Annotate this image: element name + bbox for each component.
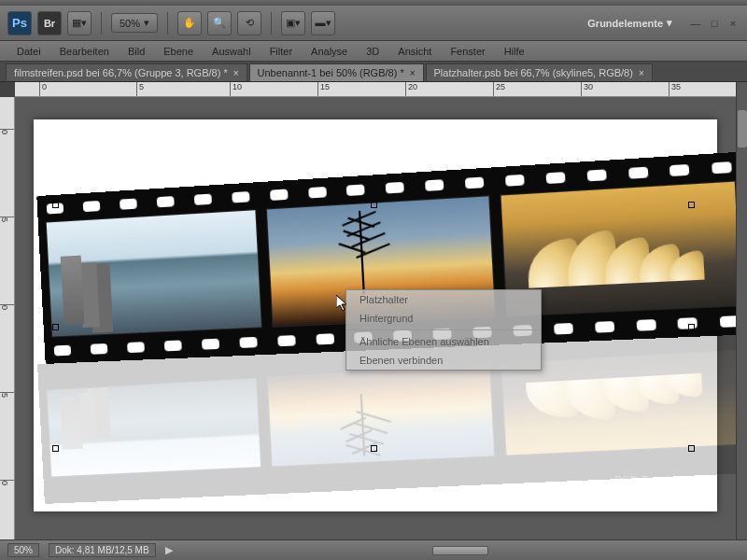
separator [101, 12, 102, 35]
menu-separator [346, 329, 541, 330]
transform-handle[interactable] [371, 202, 377, 208]
layout-button[interactable]: ▦▾ [67, 11, 92, 35]
menu-bearbeiten[interactable]: Bearbeiten [50, 43, 119, 60]
rotate-view-icon[interactable]: ⟲ [237, 11, 261, 35]
tab-label: Unbenannt-1 bei 50% (RGB/8) * [258, 67, 404, 78]
ps-logo-button[interactable]: Ps [7, 11, 32, 35]
tab-label: Platzhalter.psb bei 66,7% (skyline5, RGB… [434, 67, 633, 78]
ctx-item-hintergrund[interactable]: Hintergrund [346, 309, 541, 328]
separator [167, 12, 168, 35]
ctx-item-merge-layers[interactable]: Ebenen verbinden [346, 351, 541, 370]
ruler-tick: 0 [0, 304, 15, 310]
scrollbar-thumb[interactable] [432, 546, 488, 555]
options-toolbar: Ps Br ▦▾ 50%▾ ✋ 🔍 ⟲ ▣▾ ▬▾ Grundelemente▾… [0, 6, 747, 41]
menu-ebene[interactable]: Ebene [154, 43, 203, 60]
ruler-tick: 0 [0, 480, 15, 485]
context-menu: Platzhalter Hintergrund Ähnliche Ebenen … [345, 289, 542, 371]
ruler-tick: 0 [0, 129, 15, 134]
maximize-button[interactable]: □ [708, 17, 721, 30]
ruler-tick: 5 [136, 82, 144, 97]
ruler-tick: 10 [230, 82, 242, 97]
menu-fenster[interactable]: Fenster [441, 43, 494, 60]
menu-bild[interactable]: Bild [119, 43, 154, 60]
arrange-docs-button[interactable]: ▣▾ [281, 11, 305, 35]
zoom-value: 50% [120, 18, 140, 29]
menubar: Datei Bearbeiten Bild Ebene Auswahl Filt… [0, 41, 747, 62]
minimize-button[interactable]: — [689, 17, 702, 30]
screen-mode-button[interactable]: ▬▾ [311, 11, 335, 35]
ruler-tick: 30 [581, 82, 593, 97]
chevron-right-icon[interactable]: ▶ [165, 544, 173, 556]
ctx-item-platzhalter[interactable]: Platzhalter [346, 290, 541, 309]
workspace-name: Grundelemente [587, 18, 663, 29]
ruler-vertical[interactable]: 0 5 0 5 0 [0, 97, 15, 539]
chevron-down-icon: ▾ [667, 17, 672, 29]
close-icon[interactable]: × [410, 68, 416, 78]
ctx-item-similar-layers[interactable]: Ähnliche Ebenen auswählen [346, 332, 541, 351]
tab-label: filmstreifen.psd bei 66,7% (Gruppe 3, RG… [14, 67, 228, 78]
ruler-tick: 25 [493, 82, 505, 97]
panel-toggle[interactable] [738, 110, 747, 147]
ruler-tick: 15 [317, 82, 330, 97]
workspace-switcher[interactable]: Grundelemente▾ [587, 17, 672, 29]
document-tabs: filmstreifen.psd bei 66,7% (Gruppe 3, RG… [0, 62, 747, 82]
transform-handle[interactable] [688, 445, 695, 452]
zoom-tool-icon[interactable]: 🔍 [207, 11, 232, 35]
separator [271, 12, 272, 35]
zoom-select[interactable]: 50%▾ [111, 13, 158, 33]
hand-tool-icon[interactable]: ✋ [177, 11, 202, 35]
transform-handle[interactable] [52, 324, 59, 330]
right-panel-dock [736, 82, 747, 539]
document-tab[interactable]: Platzhalter.psb bei 66,7% (skyline5, RGB… [426, 63, 653, 81]
ruler-tick: 20 [405, 82, 417, 97]
status-zoom[interactable]: 50% [7, 543, 39, 557]
document-tab[interactable]: Unbenannt-1 bei 50% (RGB/8) *× [249, 63, 424, 81]
menu-3d[interactable]: 3D [357, 43, 388, 60]
ruler-horizontal[interactable]: 0 5 10 15 20 25 30 35 [15, 82, 736, 97]
scrollbar-horizontal[interactable] [182, 546, 740, 555]
bridge-button[interactable]: Br [37, 11, 62, 35]
close-icon[interactable]: × [233, 68, 239, 78]
chevron-down-icon: ▾ [144, 17, 149, 29]
watermark: PSD-Tutorials.de [614, 474, 698, 487]
transform-handle[interactable] [52, 445, 59, 452]
ruler-tick: 5 [0, 217, 15, 222]
ruler-tick: 5 [0, 392, 15, 398]
menu-hilfe[interactable]: Hilfe [495, 43, 534, 60]
menu-filter[interactable]: Filter [261, 43, 302, 60]
transform-handle[interactable] [688, 324, 695, 330]
ruler-tick: 0 [39, 82, 47, 97]
status-doc-info[interactable]: Dok: 4,81 MB/12,5 MB [49, 543, 156, 557]
transform-handle[interactable] [371, 445, 377, 452]
menu-auswahl[interactable]: Auswahl [203, 43, 261, 60]
close-button[interactable]: × [726, 17, 740, 30]
menu-ansicht[interactable]: Ansicht [388, 43, 441, 60]
menu-datei[interactable]: Datei [7, 43, 50, 60]
menu-analyse[interactable]: Analyse [302, 43, 357, 60]
ruler-tick: 35 [669, 82, 681, 97]
transform-handle[interactable] [688, 202, 695, 208]
statusbar: 50% Dok: 4,81 MB/12,5 MB ▶ [0, 539, 747, 560]
document-tab[interactable]: filmstreifen.psd bei 66,7% (Gruppe 3, RG… [6, 63, 247, 81]
close-icon[interactable]: × [639, 68, 644, 78]
transform-handle[interactable] [52, 202, 59, 208]
